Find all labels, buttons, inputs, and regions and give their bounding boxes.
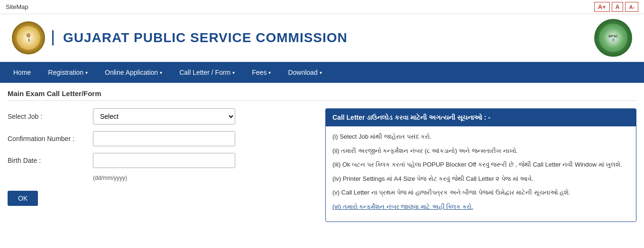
- info-item-1: (i) Select Job માંથી જાહેરાત પસંદ કરો.: [332, 132, 629, 142]
- header: 🦁॥ GUJARAT PUBLIC SERVICE COMMISSION GPS…: [0, 14, 644, 62]
- nav-item-online-application[interactable]: Online Application ▾: [96, 62, 171, 83]
- nav-registration-arrow: ▾: [85, 70, 88, 75]
- main-nav: Home Registration ▾ Online Application ▾…: [0, 62, 644, 83]
- select-job-dropdown[interactable]: Select: [93, 108, 235, 124]
- form-section: Select Job : Select Confirmation Number …: [8, 108, 316, 206]
- confirmation-control: [93, 131, 235, 146]
- right-emblem: GPSC🏛️: [594, 19, 632, 57]
- font-controls: A+ A A-: [594, 2, 638, 12]
- info-item-6[interactable]: (vi) તમારો કન્ફર્મેશન નંબર જાણવા માટે અહ…: [332, 202, 629, 212]
- info-box-header: Call Letter ડાઉનલોડ કરવા માટેની અગત્યની …: [326, 109, 636, 126]
- nav-call-letter-label: Call Letter / Form: [179, 69, 230, 76]
- birth-date-control: [93, 153, 235, 168]
- right-emblem-container: GPSC🏛️: [592, 19, 635, 57]
- select-job-control: Select: [93, 108, 235, 124]
- nav-item-call-letter[interactable]: Call Letter / Form ▾: [171, 62, 243, 83]
- right-emblem-inner: GPSC🏛️: [599, 24, 627, 52]
- birth-date-hint: (dd/mm/yyyy): [93, 175, 316, 181]
- confirmation-row: Confirmation Number :: [8, 131, 316, 146]
- left-emblem-container: 🦁॥: [9, 19, 47, 57]
- font-decrease-button[interactable]: A-: [625, 2, 638, 12]
- nav-registration-label: Registration: [48, 69, 83, 76]
- ok-button-row: OK: [8, 188, 316, 206]
- emblem-symbol: 🦁॥: [26, 34, 31, 43]
- right-emblem-symbol: GPSC🏛️: [608, 35, 618, 42]
- select-job-row: Select Job : Select: [8, 108, 316, 124]
- font-increase-button[interactable]: A+: [594, 2, 610, 12]
- page-title: Main Exam Call Letter/Form: [8, 89, 636, 101]
- nav-download-label: Download: [288, 69, 317, 76]
- nav-online-application-label: Online Application: [105, 69, 158, 76]
- info-item-3: (iii) Ok બટન પર ક્લિક કરતાં પહેલા POPUP …: [332, 160, 629, 169]
- nav-item-registration[interactable]: Registration ▾: [39, 62, 96, 83]
- select-job-label: Select Job :: [8, 113, 93, 120]
- nav-fees-label: Fees: [252, 69, 267, 76]
- birth-date-input[interactable]: [93, 153, 235, 168]
- nav-call-letter-arrow: ▾: [232, 70, 235, 75]
- info-item-5: (v) Call Letter ના પ્રથમ પેજ માં હાજરીપત…: [332, 188, 629, 197]
- nav-home-label: Home: [13, 69, 31, 76]
- nav-fees-arrow: ▾: [268, 70, 271, 75]
- form-info-row: Select Job : Select Confirmation Number …: [8, 108, 636, 222]
- sitemap-link[interactable]: SiteMap: [6, 3, 28, 10]
- confirmation-input[interactable]: [93, 131, 235, 146]
- info-box-body: (i) Select Job માંથી જાહેરાત પસંદ કરો. (…: [326, 126, 636, 221]
- nav-item-home[interactable]: Home: [5, 62, 39, 83]
- nav-item-fees[interactable]: Fees ▾: [243, 62, 279, 83]
- ok-button[interactable]: OK: [8, 191, 38, 206]
- nav-download-arrow: ▾: [320, 70, 322, 75]
- page-content: Main Exam Call Letter/Form Select Job : …: [0, 83, 644, 229]
- birth-date-row: Birth Date :: [8, 153, 316, 168]
- header-title: GUJARAT PUBLIC SERVICE COMMISSION: [63, 30, 592, 45]
- birth-date-label: Birth Date :: [8, 157, 93, 164]
- nav-item-download[interactable]: Download ▾: [279, 62, 330, 83]
- info-box: Call Letter ડાઉનલોડ કરવા માટેની અગત્યની …: [325, 108, 636, 222]
- info-item-2: (ii) તમારી અરજીનો કન્ફર્મેશન નંબર (૮ આંક…: [332, 146, 629, 156]
- nav-online-application-arrow: ▾: [160, 70, 162, 75]
- header-title-area: GUJARAT PUBLIC SERVICE COMMISSION: [52, 30, 592, 45]
- left-emblem: 🦁॥: [12, 21, 45, 54]
- emblem-inner: 🦁॥: [17, 26, 40, 50]
- font-normal-button[interactable]: A: [612, 2, 624, 12]
- info-item-4: (iv) Printer Settings માં A4 Size પેજ સે…: [332, 174, 629, 184]
- confirmation-label: Confirmation Number :: [8, 135, 93, 142]
- top-bar: SiteMap A+ A A-: [0, 0, 644, 14]
